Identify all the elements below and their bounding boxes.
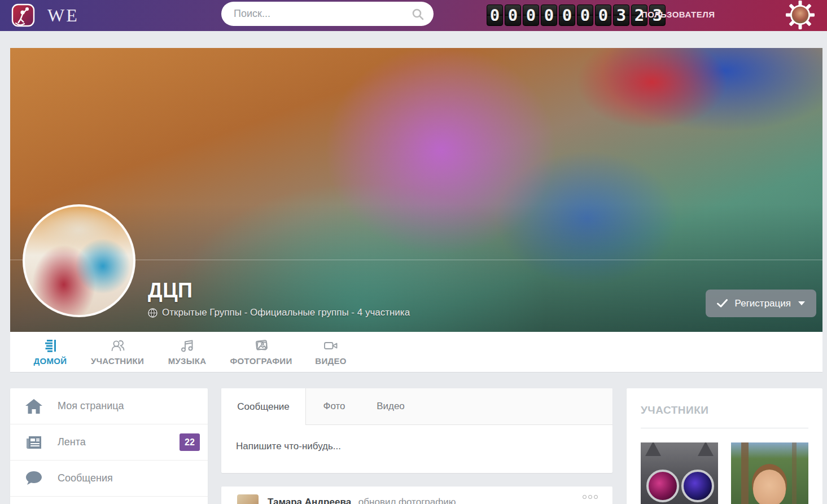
counter-digit: 0 xyxy=(505,5,521,26)
tab-home-label: ДОМОЙ xyxy=(34,356,67,366)
photos-icon xyxy=(253,338,270,353)
members-icon xyxy=(110,338,125,353)
globe-icon xyxy=(148,308,157,318)
user-counter: 0 0 0 0 0 0 0 3 2 3 xyxy=(487,5,666,26)
tab-music[interactable]: МУЗЫКА xyxy=(155,338,220,366)
members-row xyxy=(627,428,822,504)
tab-members[interactable]: УЧАСТНИКИ xyxy=(80,338,155,366)
post-author-name[interactable]: Тамара Андреева xyxy=(268,497,351,504)
post-card: Тамара Андреева обновил фотографию xyxy=(221,487,612,504)
video-icon xyxy=(323,338,339,353)
tab-photos-label: ФОТОГРАФИИ xyxy=(230,356,292,366)
composer: Сообщение Фото Видео Напишите что-нибудь… xyxy=(221,388,612,473)
tab-photos[interactable]: ФОТОГРАФИИ xyxy=(220,338,303,366)
newspaper-icon xyxy=(25,434,43,451)
search-input[interactable] xyxy=(234,8,411,20)
composer-input[interactable]: Напишите что-нибудь... xyxy=(221,425,612,468)
post-menu-icon[interactable] xyxy=(583,495,598,499)
logo[interactable]: WE xyxy=(11,3,79,27)
group-meta: Открытые Группы - Официальные группы - 4… xyxy=(148,307,410,318)
user-counter-label: ПОЛЬЗОВАТЕЛЯ xyxy=(641,10,715,19)
page: WE 0 0 0 0 0 0 0 3 2 3 ПОЛЬЗОВАТЕЛЯ xyxy=(0,0,827,504)
members-panel: УЧАСТНИКИ xyxy=(627,388,822,504)
group-title-block: ДЦП Открытые Группы - Официальные группы… xyxy=(148,279,410,318)
sidebar-item-my-page[interactable]: Моя страница xyxy=(10,388,208,424)
register-button-label: Регистрация xyxy=(735,298,791,309)
counter-digit: 3 xyxy=(613,5,629,26)
feed-count-badge: 22 xyxy=(180,433,200,451)
logo-text: WE xyxy=(47,5,79,26)
composer-tab-video[interactable]: Видео xyxy=(362,388,419,424)
sidebar-item-label: Лента xyxy=(58,436,86,448)
composer-tab-photo[interactable]: Фото xyxy=(306,388,362,424)
sidebar-item-messages[interactable]: Сообщения xyxy=(10,461,208,497)
composer-tabs: Сообщение Фото Видео xyxy=(221,388,612,425)
profile-gear-avatar[interactable] xyxy=(785,0,815,30)
check-icon xyxy=(717,299,728,308)
register-button[interactable]: Регистрация xyxy=(706,290,816,317)
search-icon[interactable] xyxy=(411,7,425,21)
left-sidebar: Моя страница Лента 22 Сообщения xyxy=(10,388,208,504)
member-avatar[interactable] xyxy=(731,442,808,504)
counter-digit: 0 xyxy=(595,5,611,26)
cover-shade xyxy=(10,48,822,332)
group-nav-bar: ДОМОЙ УЧАСТНИКИ xyxy=(10,332,822,372)
group-cover: ДЦП Открытые Группы - Официальные группы… xyxy=(10,48,822,332)
tab-music-label: МУЗЫКА xyxy=(168,356,207,366)
post-action-text: обновил фотографию xyxy=(358,497,456,504)
sidebar-item-label: Моя страница xyxy=(58,400,124,412)
counter-digit: 0 xyxy=(559,5,575,26)
group-meta-text: Открытые Группы - Официальные группы - 4… xyxy=(162,307,410,318)
tab-members-label: УЧАСТНИКИ xyxy=(91,356,144,366)
top-bar: WE 0 0 0 0 0 0 0 3 2 3 ПОЛЬЗОВАТЕЛЯ xyxy=(0,0,827,31)
counter-digit: 0 xyxy=(577,5,593,26)
post-author-avatar[interactable] xyxy=(237,494,259,504)
sidebar-item-feed[interactable]: Лента 22 xyxy=(10,424,208,461)
chat-bubble-icon xyxy=(25,470,43,487)
group-name: ДЦП xyxy=(148,279,410,303)
tab-home[interactable]: ДОМОЙ xyxy=(20,338,80,366)
feed-icon xyxy=(43,338,58,353)
counter-digit: 0 xyxy=(541,5,557,26)
counter-digit: 0 xyxy=(523,5,539,26)
chevron-down-icon xyxy=(798,301,805,305)
member-avatar[interactable] xyxy=(641,442,718,504)
counter-digit: 0 xyxy=(487,5,503,26)
home-icon xyxy=(25,398,43,414)
post-header: Тамара Андреева обновил фотографию xyxy=(268,497,456,504)
members-title: УЧАСТНИКИ xyxy=(627,388,822,428)
sidebar-item-label: Сообщения xyxy=(58,472,113,484)
search-bar[interactable] xyxy=(221,2,434,26)
tab-video-label: ВИДЕО xyxy=(315,356,346,366)
app-logo-icon xyxy=(11,3,35,27)
composer-tab-message[interactable]: Сообщение xyxy=(221,388,306,425)
group-avatar[interactable] xyxy=(23,204,135,317)
music-icon xyxy=(180,338,195,353)
tab-video[interactable]: ВИДЕО xyxy=(303,338,359,366)
